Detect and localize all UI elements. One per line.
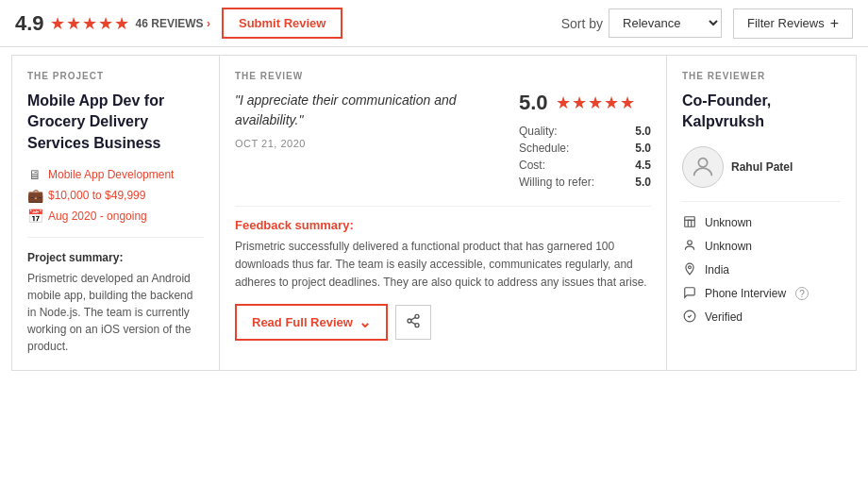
- chevron-down-icon: ⌄: [359, 313, 371, 331]
- review-scores: 5.0 ★★★★★ Quality: 5.0 Schedule: 5.0 Cos…: [519, 91, 651, 193]
- project-service: 🖥 Mobile App Development: [27, 167, 204, 182]
- review-actions: Read Full Review ⌄: [235, 304, 651, 341]
- reviewer-interview: Phone Interview ?: [682, 286, 841, 302]
- reviewer-column: THE REVIEWER Co-Founder, Kalpvruksh Rahu…: [667, 56, 856, 370]
- reviewer-location: India: [682, 262, 841, 278]
- rating-section: 4.9 ★★★★★ 46 REVIEWS ›: [15, 11, 210, 36]
- project-column: THE PROJECT Mobile App Dev for Grocery D…: [12, 56, 220, 370]
- reviewer-details: Unknown Unknown India: [682, 215, 841, 326]
- interview-type-text: Phone Interview: [705, 287, 786, 300]
- project-dates-text: Aug 2020 - ongoing: [48, 209, 147, 223]
- reviewer-role: Co-Founder, Kalpvruksh: [682, 91, 841, 133]
- review-count-arrow: ›: [207, 17, 210, 30]
- review-top: "I appreciate their communication and av…: [235, 91, 651, 193]
- overall-rating: 4.9: [15, 11, 44, 36]
- sort-section: Sort by Relevance: [561, 8, 722, 38]
- project-meta: 🖥 Mobile App Development 💼 $10,000 to $4…: [27, 167, 204, 238]
- quality-label: Quality:: [519, 125, 558, 138]
- review-date: OCT 21, 2020: [235, 138, 504, 149]
- reviewer-person-name: Rahul Patel: [731, 160, 793, 174]
- share-icon: [406, 316, 421, 331]
- rating-stars: ★★★★★: [50, 13, 130, 34]
- reviewer-col-label: THE REVIEWER: [682, 71, 841, 81]
- briefcase-icon: 💼: [27, 188, 42, 203]
- industry-text: Unknown: [705, 240, 752, 253]
- svg-rect-6: [685, 217, 695, 227]
- help-icon[interactable]: ?: [795, 287, 809, 300]
- sort-label: Sort by: [561, 16, 603, 31]
- calendar-icon: 📅: [27, 209, 42, 224]
- review-card: THE PROJECT Mobile App Dev for Grocery D…: [11, 55, 857, 371]
- svg-line-4: [411, 317, 416, 320]
- refer-label: Willing to refer:: [519, 176, 594, 189]
- score-cost: Cost: 4.5: [519, 159, 651, 172]
- verified-icon: [682, 310, 697, 326]
- cost-value: 4.5: [635, 159, 651, 172]
- feedback-text: Prismetric successfully delivered a func…: [235, 238, 651, 293]
- feedback-label: Feedback summary:: [235, 218, 651, 232]
- schedule-value: 5.0: [635, 142, 651, 155]
- location-icon: [682, 262, 697, 278]
- submit-review-button[interactable]: Submit Review: [222, 8, 342, 39]
- review-count: 46 REVIEWS ›: [136, 17, 210, 30]
- reviewer-industry: Unknown: [682, 239, 841, 255]
- overall-score: 5.0: [519, 91, 548, 115]
- refer-value: 5.0: [635, 176, 651, 189]
- svg-point-0: [415, 314, 419, 318]
- review-quote: "I appreciate their communication and av…: [235, 91, 504, 130]
- quality-value: 5.0: [635, 125, 651, 138]
- project-title: Mobile App Dev for Grocery Delivery Serv…: [27, 91, 204, 154]
- schedule-label: Schedule:: [519, 142, 569, 155]
- project-budget-text: $10,000 to $49,999: [48, 189, 145, 202]
- review-overall: 5.0 ★★★★★: [519, 91, 651, 115]
- share-button[interactable]: [395, 305, 431, 340]
- person-icon: [682, 239, 697, 255]
- project-col-label: THE PROJECT: [27, 71, 204, 81]
- svg-point-2: [415, 323, 419, 327]
- location-text: India: [705, 263, 729, 277]
- svg-point-5: [698, 158, 707, 166]
- review-col-label: THE REVIEW: [235, 71, 651, 81]
- avatar: [682, 146, 724, 188]
- chat-icon: [682, 286, 697, 302]
- project-service-text: Mobile App Development: [48, 168, 174, 181]
- verified-text: Verified: [705, 310, 743, 324]
- feedback-section: Feedback summary: Prismetric successfull…: [235, 206, 651, 293]
- svg-point-8: [689, 266, 692, 269]
- review-column: THE REVIEW "I appreciate their communica…: [220, 56, 667, 370]
- filter-label: Filter Reviews: [747, 16, 825, 30]
- overall-stars: ★★★★★: [556, 92, 636, 113]
- reviewer-company-size: Unknown: [682, 215, 841, 231]
- project-dates: 📅 Aug 2020 - ongoing: [27, 209, 204, 224]
- monitor-icon: 🖥: [27, 167, 42, 182]
- sort-select[interactable]: Relevance: [609, 8, 722, 38]
- project-summary-label: Project summary:: [27, 251, 204, 264]
- svg-point-7: [688, 241, 693, 245]
- building-icon: [682, 215, 697, 231]
- reviewer-verified: Verified: [682, 310, 841, 326]
- read-full-review-button[interactable]: Read Full Review ⌄: [235, 304, 388, 341]
- score-quality: Quality: 5.0: [519, 125, 651, 138]
- filter-reviews-button[interactable]: Filter Reviews +: [733, 8, 853, 39]
- read-full-label: Read Full Review: [252, 315, 353, 329]
- cost-label: Cost:: [519, 159, 545, 172]
- svg-point-1: [408, 319, 411, 323]
- filter-plus-icon: +: [830, 15, 839, 32]
- reviewer-profile: Rahul Patel: [682, 146, 841, 202]
- score-schedule: Schedule: 5.0: [519, 142, 651, 155]
- company-size-text: Unknown: [705, 216, 752, 229]
- project-summary-text: Prismetric developed an Android mobile a…: [27, 270, 204, 355]
- score-refer: Willing to refer: 5.0: [519, 176, 651, 189]
- review-text-area: "I appreciate their communication and av…: [235, 91, 504, 193]
- top-bar: 4.9 ★★★★★ 46 REVIEWS › Submit Review Sor…: [0, 0, 868, 47]
- svg-line-3: [411, 322, 416, 325]
- project-budget: 💼 $10,000 to $49,999: [27, 188, 204, 203]
